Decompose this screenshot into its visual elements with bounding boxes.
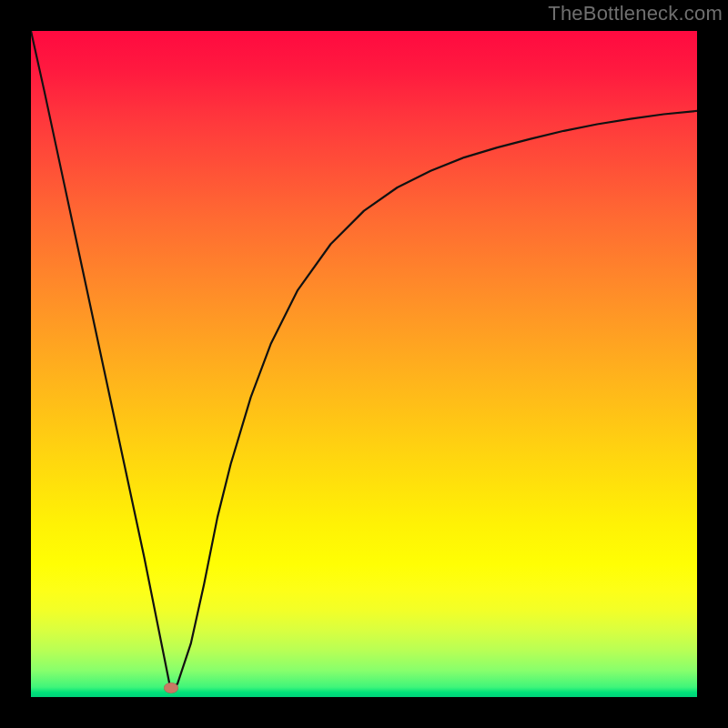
watermark-text: TheBottleneck.com bbox=[548, 2, 723, 25]
curve-svg bbox=[31, 31, 697, 697]
bottleneck-curve bbox=[31, 31, 697, 691]
plot-area bbox=[31, 31, 697, 697]
chart-frame: TheBottleneck.com bbox=[0, 0, 728, 728]
